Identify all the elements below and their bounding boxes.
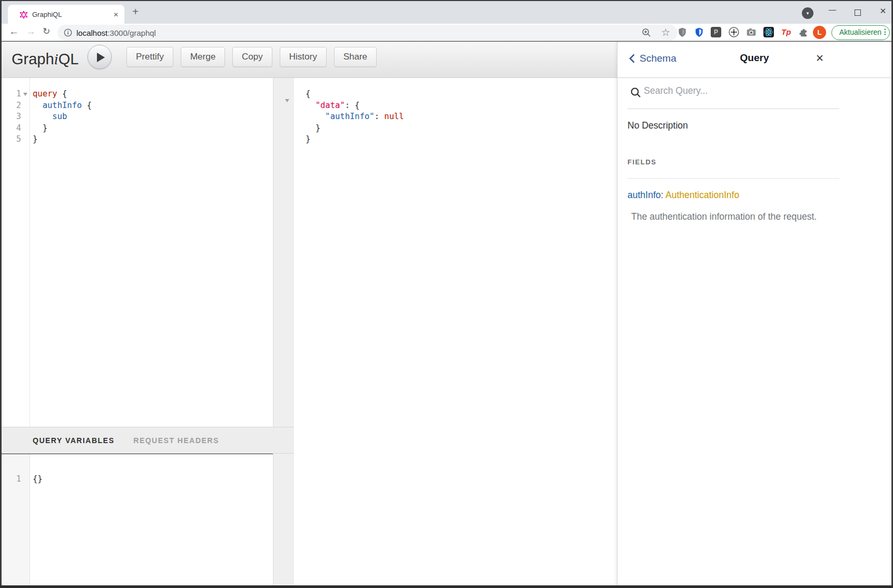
new-tab-button[interactable]: + [130, 5, 141, 19]
reload-button[interactable]: ↻ [43, 26, 50, 37]
page-info-icon[interactable] [64, 28, 72, 37]
extensions-puzzle-icon[interactable] [799, 27, 809, 37]
ublock-shield-icon[interactable] [677, 27, 688, 37]
doc-explorer-header: Schema Query ✕ [617, 42, 891, 78]
camera-extension-icon[interactable] [746, 27, 757, 37]
query-line-numbers: 1 2 3 4 5 [2, 89, 21, 145]
graphiql-logo: GraphiQL [12, 51, 78, 68]
doc-search-input[interactable] [644, 85, 818, 96]
react-devtools-icon[interactable] [763, 27, 774, 37]
fold-arrow-icon[interactable] [23, 93, 27, 96]
variables-line-numbers: 1 [2, 474, 21, 485]
type-description: No Description [627, 120, 688, 131]
browser-tab[interactable]: GraphiQL ✕ [8, 5, 124, 25]
history-button[interactable]: History [280, 47, 327, 67]
url-path: :3000/graphql [107, 28, 156, 37]
variables-editor[interactable]: 1 {} [2, 454, 273, 585]
execute-query-button[interactable] [87, 45, 112, 69]
doc-panel-title: Query [617, 52, 891, 64]
window-border-left [0, 0, 2, 588]
chrome-menu-caret-icon[interactable]: ▾ [802, 7, 813, 19]
fields-heading: FIELDS [627, 158, 656, 166]
move-cross-extension-icon[interactable] [729, 27, 739, 37]
share-button[interactable]: Share [334, 47, 377, 67]
query-editor-gutter: 1 2 3 4 5 [2, 78, 30, 427]
field-name-link[interactable]: authInfo [627, 190, 661, 200]
bookmark-star-icon[interactable]: ☆ [661, 26, 670, 38]
field-entry: authInfo: AuthenticationInfo [627, 190, 739, 201]
result-fold-arrow-icon[interactable] [285, 99, 289, 102]
tab-close-icon[interactable]: ✕ [111, 10, 121, 19]
browser-toolbar: ← → ↻ localhost:3000/graphql ☆ P [2, 24, 891, 41]
doc-search-row [617, 78, 891, 109]
tp-extension-icon[interactable]: Tp [781, 27, 792, 37]
variables-code: {} [33, 474, 43, 485]
variables-tabbar: QUERY VARIABLES REQUEST HEADERS [2, 427, 294, 454]
forward-button[interactable]: → [26, 26, 36, 37]
title-bar: GraphiQL ✕ + ▾ — ✕ [2, 1, 891, 24]
search-underline [627, 109, 839, 109]
url-text[interactable]: localhost:3000/graphql [76, 28, 156, 37]
prettify-button[interactable]: Prettify [126, 47, 173, 67]
copy-button[interactable]: Copy [232, 47, 272, 67]
maximize-button[interactable] [855, 9, 861, 16]
p-extension-icon[interactable]: P [711, 27, 721, 37]
result-viewer: { "data": { "authInfo": null } } [294, 78, 617, 585]
window-border-top [0, 0, 893, 1]
browser-menu-kebab-icon[interactable]: ⋮ [881, 27, 889, 36]
profile-avatar[interactable]: L [813, 26, 826, 39]
query-code: query { authInfo { sub } } [33, 89, 92, 145]
window-border-bottom [0, 585, 893, 588]
minimize-button[interactable]: — [827, 5, 838, 14]
field-type-link[interactable]: AuthenticationInfo [665, 190, 739, 200]
fields-divider [627, 178, 839, 179]
doc-close-icon[interactable]: ✕ [816, 52, 824, 64]
update-label: Aktualisieren [839, 28, 881, 36]
tab-query-variables[interactable]: QUERY VARIABLES [33, 436, 114, 445]
doc-explorer-panel: Schema Query ✕ No Description FIELDS aut… [617, 42, 891, 585]
back-button[interactable]: ← [9, 26, 19, 37]
address-bar[interactable]: localhost:3000/graphql ☆ [57, 25, 678, 41]
browser-window: GraphiQL ✕ + ▾ — ✕ ← → ↻ localhost:3000/… [0, 0, 893, 588]
pane-divider[interactable] [273, 78, 294, 585]
play-icon [97, 53, 105, 62]
query-editor[interactable]: 1 2 3 4 5 query { authInfo { sub } } [2, 78, 273, 427]
variables-editor-gutter: 1 [2, 454, 30, 585]
graphiql-toolbar-buttons: Prettify Merge Copy History Share [126, 47, 377, 67]
url-host: localhost [76, 28, 107, 37]
tab-request-headers[interactable]: REQUEST HEADERS [133, 436, 219, 445]
graphiql-topbar: GraphiQL Prettify Merge Copy History Sha… [2, 42, 617, 78]
zoom-page-icon[interactable] [641, 27, 652, 38]
bitwarden-shield-icon[interactable] [694, 27, 704, 37]
result-code: { "data": { "authInfo": null } } [306, 89, 404, 145]
graphql-favicon-icon [19, 11, 28, 19]
merge-button[interactable]: Merge [181, 47, 225, 67]
close-window-button[interactable]: ✕ [877, 6, 889, 16]
search-icon [630, 87, 641, 98]
field-description: The authentication information of the re… [631, 211, 817, 222]
tab-title: GraphiQL [32, 11, 62, 18]
